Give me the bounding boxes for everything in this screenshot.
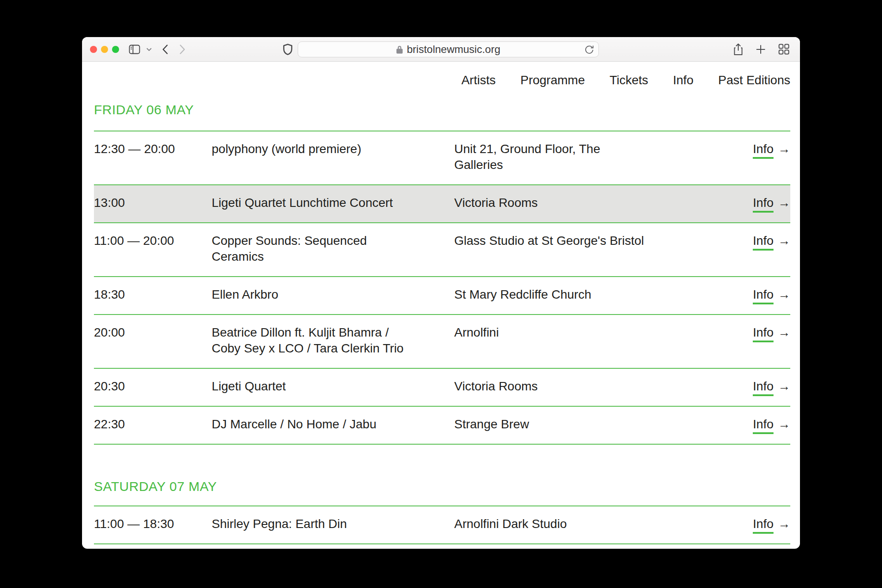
event-title: Ligeti Quartet Lunchtime Concert <box>212 195 432 211</box>
event-row: 18:30 Ellen Arkbro St Mary Redcliffe Chu… <box>94 276 790 314</box>
event-row: 12:30 — 20:00 polyphony (world premiere)… <box>94 131 790 184</box>
event-venue: St Mary Redcliffe Church <box>454 287 684 303</box>
chevron-down-icon[interactable] <box>146 48 152 51</box>
event-info-link[interactable]: Info→ <box>753 516 790 532</box>
event-info-link[interactable]: Info→ <box>753 195 790 211</box>
traffic-lights <box>90 46 119 53</box>
forward-button[interactable] <box>179 45 185 54</box>
address-bar[interactable]: bristolnewmusic.org <box>298 41 599 57</box>
new-tab-icon[interactable] <box>755 44 766 55</box>
arrow-right-icon: → <box>778 288 790 301</box>
arrow-right-icon: → <box>778 379 790 393</box>
event-info-link[interactable]: Info→ <box>753 233 790 249</box>
event-time: 11:00 — 20:00 <box>94 233 212 249</box>
event-time: 18:30 <box>94 287 212 303</box>
event-venue: Glass Studio at St George's Bristol <box>454 233 684 249</box>
nav-item-past-editions[interactable]: Past Editions <box>718 73 790 87</box>
browser-window: bristolnewmusic.org <box>82 37 800 549</box>
event-info-link[interactable]: Info→ <box>753 378 790 394</box>
sidebar-icon[interactable] <box>129 45 140 54</box>
event-row: 22:30 DJ Marcelle / No Home / Jabu Stran… <box>94 406 790 444</box>
lock-icon <box>396 45 403 54</box>
event-row: 11:00 — 20:00 Copper Sounds: Sequenced C… <box>94 222 790 276</box>
event-venue: Arnolfini <box>454 325 684 341</box>
event-time: 22:30 <box>94 416 212 432</box>
event-title: Beatrice Dillon ft. Kuljit Bhamra / Coby… <box>212 325 432 356</box>
arrow-right-icon: → <box>778 196 790 210</box>
nav-item-programme[interactable]: Programme <box>520 73 585 87</box>
arrow-right-icon: → <box>778 234 790 247</box>
event-info-link[interactable]: Info→ <box>753 287 790 303</box>
event-time: 13:00 <box>94 195 212 211</box>
back-button[interactable] <box>162 45 168 54</box>
event-venue: Victoria Rooms <box>454 378 684 394</box>
event-row: 11:00 — 18:30 Shirley Pegna: Earth Din A… <box>94 506 790 543</box>
site-nav: Artists Programme Tickets Info Past Edit… <box>94 62 790 87</box>
tab-overview-icon[interactable] <box>778 44 789 55</box>
event-venue: Unit 21, Ground Floor, The Galleries <box>454 141 684 173</box>
event-info-link[interactable]: Info→ <box>753 325 790 341</box>
event-row: 20:30 Ligeti Quartet Victoria Rooms Info… <box>94 368 790 406</box>
day-heading-saturday: SATURDAY 07 MAY <box>94 479 790 494</box>
event-title: Shirley Pegna: Earth Din <box>212 516 432 532</box>
event-title: DJ Marcelle / No Home / Jabu <box>212 416 432 432</box>
event-list-saturday: 11:00 — 18:30 Shirley Pegna: Earth Din A… <box>94 506 790 544</box>
nav-item-artists[interactable]: Artists <box>461 73 496 87</box>
close-window-button[interactable] <box>90 46 97 53</box>
event-list-friday: 12:30 — 20:00 polyphony (world premiere)… <box>94 131 790 445</box>
day-heading-friday: FRIDAY 06 MAY <box>94 102 790 117</box>
nav-item-tickets[interactable]: Tickets <box>609 73 648 87</box>
page-content: Artists Programme Tickets Info Past Edit… <box>82 62 800 544</box>
event-title: Copper Sounds: Sequenced Ceramics <box>212 233 432 265</box>
event-venue: Strange Brew <box>454 416 684 432</box>
arrow-right-icon: → <box>778 142 790 156</box>
zoom-window-button[interactable] <box>112 46 119 53</box>
event-title: polyphony (world premiere) <box>212 141 432 157</box>
browser-toolbar: bristolnewmusic.org <box>82 37 800 62</box>
event-time: 20:00 <box>94 325 212 341</box>
event-info-link[interactable]: Info→ <box>753 141 790 157</box>
arrow-right-icon: → <box>778 517 790 531</box>
url-text: bristolnewmusic.org <box>407 43 500 56</box>
event-venue: Arnolfini Dark Studio <box>454 516 684 532</box>
share-icon[interactable] <box>733 43 743 56</box>
nav-item-info[interactable]: Info <box>673 73 694 87</box>
privacy-shield-icon[interactable] <box>283 44 292 55</box>
event-info-link[interactable]: Info→ <box>753 416 790 432</box>
event-title: Ellen Arkbro <box>212 287 432 303</box>
arrow-right-icon: → <box>778 417 790 431</box>
event-time: 11:00 — 18:30 <box>94 516 212 532</box>
event-time: 12:30 — 20:00 <box>94 141 212 157</box>
event-title: Ligeti Quartet <box>212 378 432 394</box>
event-row-highlighted: 13:00 Ligeti Quartet Lunchtime Concert V… <box>94 184 790 222</box>
event-time: 20:30 <box>94 378 212 394</box>
arrow-right-icon: → <box>778 326 790 339</box>
minimize-window-button[interactable] <box>101 46 108 53</box>
event-row: 20:00 Beatrice Dillon ft. Kuljit Bhamra … <box>94 314 790 368</box>
reload-icon[interactable] <box>584 44 594 56</box>
event-venue: Victoria Rooms <box>454 195 684 211</box>
